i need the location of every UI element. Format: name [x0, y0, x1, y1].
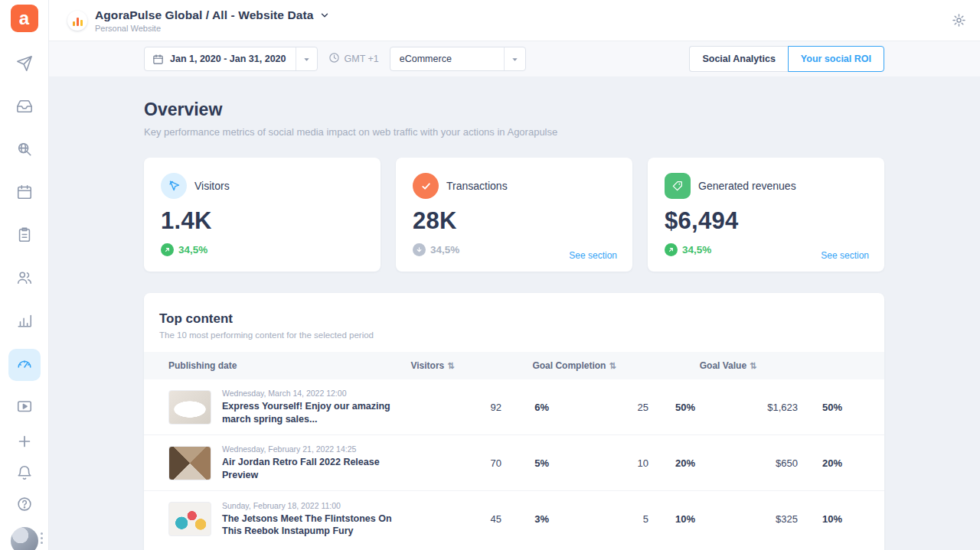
- sidebar-item-send[interactable]: [8, 49, 41, 81]
- plus-icon: [16, 433, 33, 453]
- sort-icon: ⇅: [750, 361, 756, 371]
- sidebar-item-notifications[interactable]: [10, 460, 39, 489]
- agorapulse-logo[interactable]: a: [11, 5, 38, 32]
- card-label: Transactions: [446, 180, 508, 192]
- visitors-percent: 5%: [501, 457, 549, 469]
- sidebar-item-publishing[interactable]: [8, 220, 41, 252]
- settings-gear-icon[interactable]: [952, 13, 966, 28]
- content-title: Express Yourself! Enjoy our amazing marc…: [222, 400, 413, 425]
- top-content-subheading: The 10 most performing content for the s…: [144, 330, 884, 340]
- goal-value-percent: 50%: [798, 402, 842, 413]
- top-content-heading: Top content: [144, 311, 884, 327]
- column-label: Visitors: [410, 360, 444, 371]
- sort-icon: ⇅: [447, 361, 454, 371]
- trend-value: 34,5%: [682, 244, 711, 255]
- goal-value-percent: 10%: [798, 513, 842, 525]
- table-row: Wednesday, March 14, 2022 12:00 Express …: [144, 379, 884, 435]
- overview-heading: Overview: [144, 99, 884, 120]
- goal-completion-percent: 10%: [648, 513, 695, 525]
- main-content: Overview Key performance metrics of soci…: [49, 76, 980, 550]
- sort-icon: ⇅: [609, 361, 616, 371]
- content-item[interactable]: Wednesday, March 14, 2022 12:00 Express …: [168, 389, 429, 425]
- date-range-value: Jan 1, 2020 - Jan 31, 2020: [170, 54, 296, 64]
- content-item[interactable]: Sunday, February 18, 2022 11:00 The Jets…: [168, 501, 429, 538]
- goal-value-percent: 20%: [798, 457, 842, 469]
- visitors-card: Visitors 1.4K 34,5%: [144, 158, 381, 272]
- profile-selector[interactable]: AgoraPulse Global / All - Website Data: [95, 8, 330, 22]
- goal-value-amount: $650: [695, 457, 798, 469]
- chevron-down-icon: [296, 47, 317, 70]
- column-visitors[interactable]: Visitors ⇅: [410, 360, 454, 371]
- date-range-picker[interactable]: Jan 1, 2020 - Jan 31, 2020: [144, 47, 318, 71]
- roi-gauge-icon: [16, 355, 33, 375]
- clock-icon: [328, 52, 340, 66]
- trend-up-icon: [665, 243, 678, 256]
- logo-letter: a: [19, 8, 29, 29]
- publishing-icon: [16, 226, 33, 246]
- sidebar-item-help[interactable]: [10, 491, 39, 520]
- user-avatar[interactable]: [11, 527, 38, 550]
- segment-select[interactable]: eCommerce: [390, 47, 526, 71]
- sidebar-item-content[interactable]: [8, 392, 41, 424]
- video-content-icon: [16, 398, 33, 418]
- goal-value-amount: $325: [695, 513, 798, 525]
- sidebar-item-reports[interactable]: [8, 306, 41, 338]
- table-row: Wednesday, February 21, 2022 14:25 Air J…: [144, 435, 884, 491]
- inbox-icon: [16, 98, 33, 118]
- top-content-card: Top content The 10 most performing conte…: [144, 293, 884, 550]
- column-label: Goal Value: [700, 360, 746, 371]
- avatar-menu-dots[interactable]: [41, 532, 43, 544]
- content-thumbnail: [168, 502, 211, 536]
- sidebar-item-inbox[interactable]: [8, 92, 41, 124]
- analytics-profile-icon: [67, 11, 87, 31]
- profile-title-block: AgoraPulse Global / All - Website Data P…: [95, 8, 330, 33]
- trend-up-icon: [161, 243, 174, 256]
- chevron-down-icon: [504, 47, 525, 70]
- visitors-percent: 3%: [501, 513, 549, 525]
- table-row: Sunday, February 18, 2022 11:00 The Jets…: [144, 491, 884, 547]
- content-item[interactable]: Wednesday, February 21, 2022 14:25 Air J…: [168, 444, 429, 481]
- revenue-icon: [665, 173, 691, 199]
- card-label: Visitors: [194, 180, 230, 192]
- sidebar-bottom: [10, 428, 39, 550]
- see-section-link[interactable]: See section: [821, 250, 869, 261]
- segment-select-value: eCommerce: [400, 54, 452, 64]
- top-header: AgoraPulse Global / All - Website Data P…: [49, 0, 980, 41]
- sidebar-nav: [8, 49, 41, 424]
- social-listening-icon: [16, 141, 33, 161]
- column-goal-completion[interactable]: Goal Completion ⇅: [532, 360, 616, 371]
- visitors-count: 70: [429, 457, 501, 469]
- content-title: Air Jordan Retro Fall 2022 Release Previ…: [222, 456, 413, 481]
- visitors-trend: 34,5%: [161, 243, 364, 256]
- trend-value: 34,5%: [430, 244, 459, 255]
- goal-completion-percent: 50%: [648, 402, 695, 413]
- see-section-link[interactable]: See section: [569, 250, 617, 261]
- send-icon: [16, 55, 33, 75]
- sidebar: a: [0, 0, 49, 550]
- goal-completion-count: 5: [549, 513, 648, 525]
- overview-subheading: Key performance metrics of social media …: [144, 126, 884, 138]
- goal-completion-percent: 20%: [648, 457, 695, 469]
- content-title: The Jetsons Meet The Flintstones On This…: [222, 513, 413, 538]
- timezone-indicator: GMT +1: [328, 52, 379, 66]
- tab-your-social-roi[interactable]: Your social ROI: [788, 46, 884, 72]
- column-label: Goal Completion: [532, 360, 606, 371]
- sidebar-item-listening[interactable]: [8, 135, 41, 167]
- goal-value-amount: $1,623: [695, 402, 798, 413]
- sidebar-item-community[interactable]: [8, 263, 41, 295]
- visitors-icon: [161, 173, 187, 199]
- visitors-count: 45: [429, 513, 501, 525]
- tab-social-analytics[interactable]: Social Analytics: [689, 46, 787, 72]
- column-goal-value[interactable]: Goal Value ⇅: [700, 360, 757, 371]
- page-title: AgoraPulse Global / All - Website Data: [95, 8, 313, 22]
- report-type-toggle: Social Analytics Your social ROI: [689, 46, 884, 72]
- transactions-value: 28K: [413, 207, 616, 235]
- reports-icon: [16, 312, 33, 332]
- card-label: Generated revenues: [698, 180, 796, 192]
- sidebar-item-roi-dashboard[interactable]: [8, 349, 41, 381]
- content-thumbnail: [168, 446, 211, 480]
- revenues-value: $6,494: [665, 207, 867, 235]
- sidebar-item-add[interactable]: [10, 428, 39, 457]
- goal-completion-count: 25: [549, 402, 648, 413]
- sidebar-item-calendar[interactable]: [8, 177, 41, 210]
